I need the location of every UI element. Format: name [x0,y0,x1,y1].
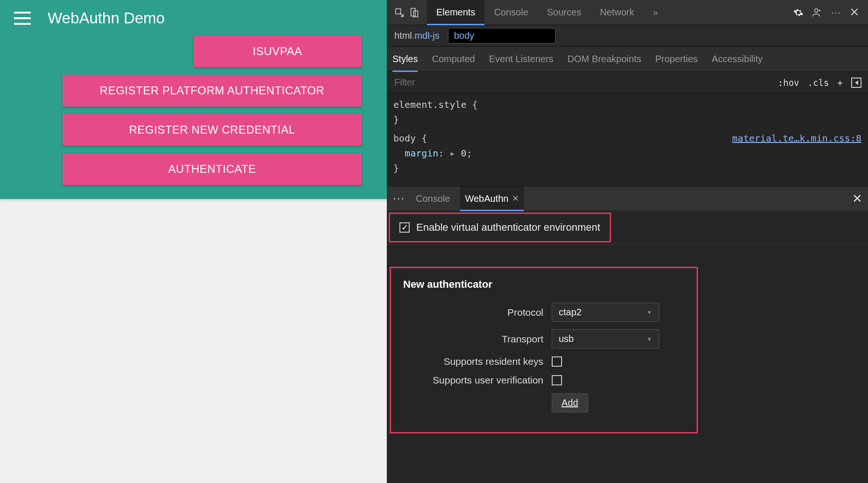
expand-shorthand-icon[interactable]: ▸ [449,148,455,159]
brace-close-2: } [393,161,861,176]
transport-row: Transport usb ▼ [403,329,684,348]
add-authenticator-button[interactable]: Add [552,393,588,412]
resident-keys-checkbox[interactable] [552,356,562,367]
devtools-panel: Elements Console Sources Network » ⋯ ✕ h… [387,0,868,483]
register-platform-button[interactable]: REGISTER PLATFORM AUTHENTICATOR [63,75,362,107]
drawer-tab-console[interactable]: Console [416,186,450,211]
protocol-row: Protocol ctap2 ▼ [403,303,684,322]
tab-elements[interactable]: Elements [427,0,484,25]
styles-tab-styles[interactable]: Styles [392,47,418,71]
breadcrumb-html-class: .mdl-js [412,30,440,41]
isuvpaa-button[interactable]: ISUVPAA [193,36,362,67]
devtools-top-left [387,7,427,18]
css-declaration-margin: margin: ▸ 0; [393,146,861,161]
chevron-down-icon: ▼ [647,336,652,342]
new-rule-button[interactable]: + [838,78,843,88]
user-verification-checkbox[interactable] [552,375,562,385]
app-title: WebAuthn Demo [48,9,165,27]
new-authenticator-title: New authenticator [403,278,684,291]
webauthn-panel: Enable virtual authenticator environment… [387,211,868,483]
kebab-icon[interactable]: ⋯ [831,7,841,18]
button-stack: ISUVPAA REGISTER PLATFORM AUTHENTICATOR … [14,36,373,185]
user-verification-label: Supports user verification [403,375,543,386]
css-source-link[interactable]: material.te…k.min.css:8 [732,131,861,146]
css-body-rule[interactable]: material.te…k.min.css:8 body { margin: ▸… [393,131,861,176]
transport-select[interactable]: usb ▼ [552,329,659,348]
svg-point-3 [815,8,818,12]
css-val-margin: 0 [461,148,467,159]
cls-toggle[interactable]: .cls [808,78,829,88]
protocol-value: ctap2 [559,307,582,318]
protocol-label: Protocol [403,307,543,318]
styles-filter-row: :hov .cls + [387,72,868,93]
devtools-top-bar: Elements Console Sources Network » ⋯ ✕ [387,0,868,25]
devtools-drawer: ⋯ Console WebAuthn ✕ ✕ Enable virtual au… [387,186,868,483]
styles-pane: element.style { } material.te…k.min.css:… [387,93,868,186]
styles-tabbar: Styles Computed Event Listeners DOM Brea… [387,47,868,72]
styles-filter-input[interactable] [387,77,771,88]
transport-label: Transport [403,334,543,345]
app-panel: WebAuthn Demo ISUVPAA REGISTER PLATFORM … [0,0,387,483]
user-verification-row: Supports user verification [403,375,684,386]
devtools-main-tabs: Elements Console Sources Network » [427,0,785,25]
dom-breadcrumb: html.mdl-js body [387,25,868,47]
webauthn-spacer [387,244,868,267]
close-devtools-icon[interactable]: ✕ [849,7,860,18]
sidebar-toggle-icon[interactable] [851,78,861,88]
brace-close-1: } [393,112,861,127]
styles-tab-dom-breakpoints[interactable]: DOM Breakpoints [568,47,641,71]
svg-point-4 [819,9,821,11]
tab-network[interactable]: Network [591,0,643,25]
breadcrumb-html[interactable]: html.mdl-js [394,30,440,41]
resident-keys-row: Supports resident keys [403,356,684,367]
resident-keys-label: Supports resident keys [403,356,543,367]
styles-tab-computed[interactable]: Computed [432,47,475,71]
gear-icon[interactable] [793,7,804,18]
styles-tab-event-listeners[interactable]: Event Listeners [489,47,554,71]
app-titlebar: WebAuthn Demo [14,9,373,27]
register-new-credential-button[interactable]: REGISTER NEW CREDENTIAL [63,114,362,146]
inspect-icon[interactable] [394,7,405,18]
breadcrumb-body[interactable]: body [448,28,555,43]
close-tab-icon[interactable]: ✕ [512,193,519,204]
styles-tab-properties[interactable]: Properties [655,47,697,71]
hov-toggle[interactable]: :hov [778,78,799,88]
drawer-tab-webauthn[interactable]: WebAuthn ✕ [460,186,524,211]
protocol-select[interactable]: ctap2 ▼ [552,303,659,322]
tab-sources[interactable]: Sources [538,0,591,25]
breadcrumb-html-tag: html [394,30,412,41]
app-header: WebAuthn Demo ISUVPAA REGISTER PLATFORM … [0,0,387,199]
new-authenticator-form: New authenticator Protocol ctap2 ▼ Trans… [390,267,698,433]
css-prop-margin: margin [405,148,438,159]
drawer-tab-webauthn-label: WebAuthn [465,193,508,204]
tab-console[interactable]: Console [484,0,537,25]
styles-filter-tools: :hov .cls + [771,78,868,88]
hamburger-icon[interactable] [14,12,31,25]
tab-more[interactable]: » [644,0,668,25]
chevron-down-icon: ▼ [647,309,652,316]
device-toggle-icon[interactable] [409,7,420,18]
close-drawer-icon[interactable]: ✕ [852,192,862,206]
webauthn-enable-row: Enable virtual authenticator environment [389,213,611,242]
drawer-menu-icon[interactable]: ⋯ [392,192,406,206]
css-element-style[interactable]: element.style { } [393,97,861,127]
account-icon[interactable] [812,7,822,18]
enable-virtual-authenticator-checkbox[interactable] [399,222,410,233]
selector-element-style: element.style { [393,97,861,112]
add-row: Add [403,393,684,412]
transport-value: usb [559,334,574,344]
drawer-tabbar: ⋯ Console WebAuthn ✕ ✕ [387,186,868,211]
styles-tab-accessibility[interactable]: Accessibility [712,47,763,71]
authenticate-button[interactable]: AUTHENTICATE [63,153,362,185]
devtools-top-right: ⋯ ✕ [785,7,868,18]
enable-virtual-authenticator-label: Enable virtual authenticator environment [416,221,600,234]
